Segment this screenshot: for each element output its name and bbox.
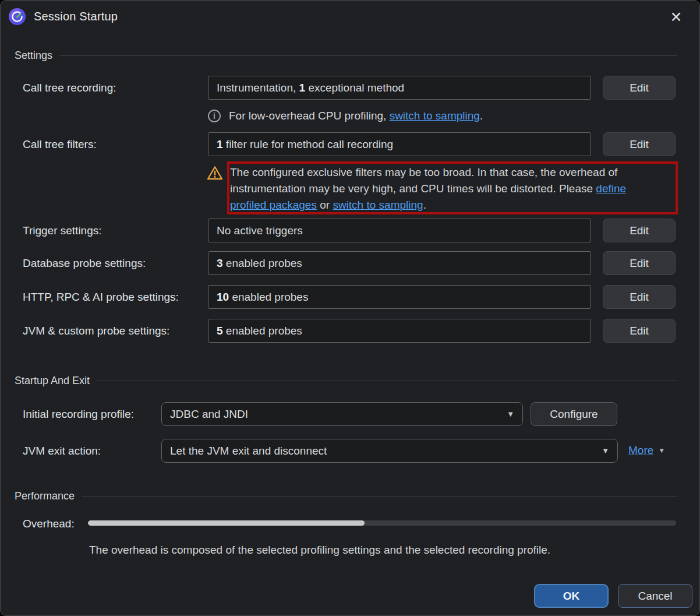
- overhead-description: The overhead is composed of the selected…: [89, 544, 550, 557]
- edit-call-tree-recording-button[interactable]: Edit: [603, 76, 676, 100]
- field-number: 1: [217, 138, 223, 150]
- info-note-row: i For low-overhead CPU profiling, switch…: [208, 110, 483, 122]
- field-text: filter rule for method call recording: [223, 138, 394, 150]
- overhead-fill: [88, 520, 365, 526]
- trigger-settings-label: Trigger settings:: [23, 224, 102, 237]
- close-icon[interactable]: ✕: [666, 6, 687, 27]
- ok-button[interactable]: OK: [534, 584, 609, 608]
- section-divider: [59, 55, 677, 56]
- title-bar: Session Startup ✕: [1, 1, 699, 32]
- startup-exit-section-header: Startup And Exit: [15, 375, 677, 387]
- performance-section-title: Performance: [15, 490, 75, 502]
- dropdown-value: Let the JVM exit and disconnect: [170, 445, 327, 457]
- chevron-down-icon: ▼: [658, 446, 665, 455]
- section-divider: [97, 381, 677, 381]
- info-note-text: For low-overhead CPU profiling, switch t…: [229, 110, 483, 122]
- session-startup-dialog: Session Startup ✕ Settings Call tree rec…: [0, 0, 700, 616]
- switch-to-sampling-link[interactable]: switch to sampling: [333, 199, 423, 211]
- section-divider: [82, 496, 677, 497]
- trigger-settings-field: No active triggers: [208, 219, 591, 242]
- field-number: 1: [299, 82, 306, 94]
- field-text: Instrumentation,: [217, 82, 299, 94]
- overhead-progress-bar: [88, 520, 676, 526]
- configure-button[interactable]: Configure: [531, 402, 617, 426]
- more-link[interactable]: More: [628, 444, 653, 457]
- jprofiler-app-icon: [9, 8, 26, 25]
- jvm-custom-probe-settings-label: JVM & custom probe settings:: [23, 325, 169, 337]
- jvm-custom-probe-settings-field: 5 enabled probes: [208, 319, 591, 343]
- gauge-icon: [11, 10, 23, 23]
- chevron-down-icon: ▼: [602, 446, 609, 455]
- call-tree-filters-field: 1 filter rule for method call recording: [208, 132, 591, 156]
- info-icon: i: [208, 110, 221, 122]
- call-tree-recording-field: Instrumentation, 1 exceptional method: [208, 76, 591, 100]
- warning-icon: [207, 166, 223, 181]
- edit-call-tree-filters-button[interactable]: Edit: [603, 132, 676, 156]
- more-menu[interactable]: More ▼: [628, 444, 665, 457]
- edit-database-probe-settings-button[interactable]: Edit: [603, 251, 676, 275]
- dialog-title: Session Startup: [34, 10, 118, 23]
- initial-recording-profile-label: Initial recording profile:: [23, 408, 134, 421]
- settings-section-header: Settings: [15, 50, 677, 62]
- chevron-down-icon: ▼: [507, 410, 514, 418]
- edit-jvm-custom-probe-settings-button[interactable]: Edit: [603, 319, 676, 343]
- cancel-button[interactable]: Cancel: [618, 584, 692, 608]
- overhead-label: Overhead:: [23, 518, 75, 530]
- call-tree-filters-label: Call tree filters:: [23, 138, 97, 151]
- performance-section-header: Performance: [15, 490, 677, 502]
- edit-http-rpc-ai-probe-settings-button[interactable]: Edit: [603, 285, 676, 309]
- database-probe-settings-label: Database probe settings:: [23, 257, 146, 270]
- database-probe-settings-field: 3 enabled probes: [208, 251, 591, 275]
- dropdown-value: JDBC and JNDI: [170, 408, 248, 421]
- jvm-exit-action-label: JVM exit action:: [23, 445, 101, 457]
- initial-recording-profile-dropdown[interactable]: JDBC and JNDI ▼: [161, 402, 523, 426]
- field-text: exceptional method: [305, 82, 404, 94]
- switch-to-sampling-link[interactable]: switch to sampling: [390, 110, 480, 122]
- http-rpc-ai-probe-settings-field: 10 enabled probes: [208, 285, 591, 309]
- warning-note-text: The configured exclusive filters may be …: [230, 164, 663, 213]
- edit-trigger-settings-button[interactable]: Edit: [603, 219, 676, 242]
- settings-section-title: Settings: [15, 50, 52, 62]
- startup-exit-section-title: Startup And Exit: [15, 375, 90, 387]
- call-tree-recording-label: Call tree recording:: [23, 82, 116, 94]
- http-rpc-ai-probe-settings-label: HTTP, RPC & AI probe settings:: [23, 291, 179, 304]
- jvm-exit-action-dropdown[interactable]: Let the JVM exit and disconnect ▼: [161, 439, 618, 463]
